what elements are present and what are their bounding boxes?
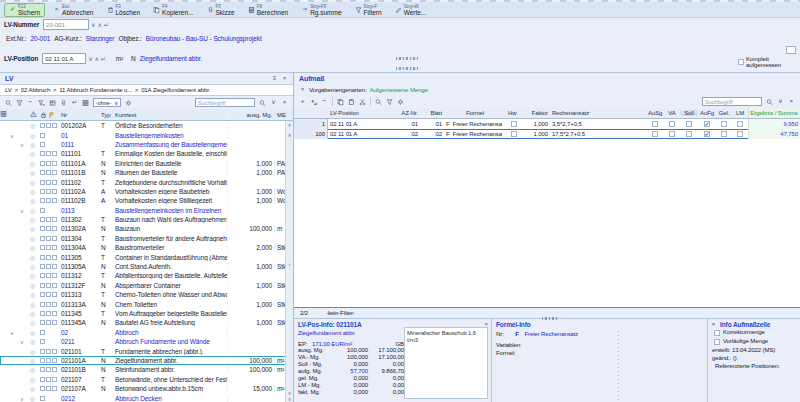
chevron-up-icon[interactable]: ∧ — [94, 55, 98, 62]
search-icon[interactable] — [5, 99, 12, 106]
row-checkbox[interactable] — [40, 170, 45, 175]
row-checkbox[interactable] — [40, 123, 45, 128]
abbrechen-button[interactable]: ×EscAbbrechen — [48, 3, 98, 17]
row-checkbox[interactable] — [46, 273, 51, 278]
row-checkbox[interactable] — [46, 377, 51, 382]
col-faktor[interactable]: Faktor — [522, 110, 550, 116]
va-checkbox[interactable] — [669, 131, 675, 137]
column-header-me[interactable]: ME — [275, 112, 293, 118]
row-checkbox[interactable] — [40, 208, 45, 213]
soll-checkbox[interactable] — [686, 121, 692, 127]
lv-tree-row[interactable]: ◎021107TBetonwände, ohne Unterschied der… — [0, 375, 293, 384]
vorläufige-menge-checkbox[interactable] — [714, 339, 720, 345]
lv-tree-row[interactable]: ◎011345TVom Auftraggeber beigestellte Ba… — [0, 309, 293, 318]
filter-icon[interactable] — [386, 98, 393, 105]
werte-button[interactable]: Strg+WWerte... — [390, 3, 432, 17]
gel-checkbox[interactable] — [721, 131, 727, 137]
row-checkbox[interactable] — [52, 367, 57, 372]
row-checkbox[interactable] — [40, 142, 45, 147]
scroll-down-icon[interactable]: ∨ — [288, 396, 292, 402]
chevron-down-icon[interactable]: ∨ — [20, 396, 24, 402]
panel-collapse-icon[interactable]: ‹ — [289, 261, 291, 267]
lv-tree-row[interactable]: ◎021101ANZiegelfundament abbr.100,000m² — [0, 356, 293, 365]
row-checkbox[interactable] — [52, 170, 57, 175]
paste-icon[interactable] — [348, 98, 355, 105]
lv-position-input[interactable] — [42, 53, 86, 64]
row-checkbox[interactable] — [40, 180, 45, 185]
col-lv-position[interactable]: LV-Position — [328, 110, 390, 116]
lv-tree-row[interactable]: ◎011312FNAbsperrbarer Container1,000Stk — [0, 281, 293, 290]
ohne-dropdown[interactable]: -ohne-∨ — [93, 98, 121, 107]
row-checkbox[interactable] — [52, 273, 57, 278]
row-checkbox[interactable] — [40, 161, 45, 166]
col-ausg[interactable]: AuSg — [646, 110, 664, 116]
row-checkbox[interactable] — [46, 189, 51, 194]
row-checkbox[interactable] — [52, 320, 57, 325]
chevron-down-icon[interactable]: ∨ — [10, 133, 14, 139]
lv-tree-row[interactable]: ◎011304ANBaustromverteiler2,000Stk — [0, 243, 293, 252]
row-checkbox[interactable] — [40, 320, 45, 325]
row-checkbox[interactable] — [46, 311, 51, 316]
aufg-checkbox[interactable]: ✓ — [704, 121, 710, 127]
lv-tree-row[interactable]: ◎011305TContainer in Standardausführung … — [0, 252, 293, 261]
ausg-checkbox[interactable] — [652, 121, 658, 127]
settings-icon[interactable] — [397, 98, 404, 105]
return-icon[interactable]: ↵ — [104, 21, 109, 28]
row-checkbox[interactable] — [52, 180, 57, 185]
lv-tree-row[interactable]: ◎011313ANChem.Toiletten1,000Stk — [0, 299, 293, 308]
lv-tree-row[interactable]: ∨◎0212Abbruch Decken — [0, 393, 293, 402]
row-checkbox[interactable] — [40, 236, 45, 241]
row-checkbox[interactable] — [46, 217, 51, 222]
aufmass-row[interactable]: 10002 11 01 A0202FFreier Rechenansa1,000… — [294, 129, 800, 139]
splitter-handle[interactable] — [396, 57, 418, 60]
row-checkbox[interactable] — [52, 264, 57, 269]
row-checkbox[interactable] — [46, 264, 51, 269]
löschen-button[interactable]: F3Löschen — [102, 3, 146, 17]
row-checkbox[interactable] — [40, 283, 45, 288]
chevron-down-icon[interactable]: ∨ — [88, 55, 92, 62]
va-checkbox[interactable] — [669, 121, 675, 127]
menu-icon[interactable]: ≡ — [271, 75, 278, 82]
chevron-down-icon[interactable]: ∨ — [10, 330, 14, 336]
row-checkbox[interactable] — [52, 255, 57, 260]
table-icon[interactable] — [49, 99, 56, 106]
settings-icon[interactable] — [125, 99, 132, 106]
lv-tree-row[interactable]: ◎011102TZeitgebundene durchschnittliche … — [0, 177, 293, 186]
aufmass-row[interactable]: 102 11 01 A0101FFreier Rechenansa1,0003,… — [294, 119, 800, 129]
berechnen-button[interactable]: F8Berechnen — [243, 3, 293, 17]
filter-icon[interactable] — [16, 99, 23, 106]
col-formel[interactable]: Formel — [444, 110, 506, 116]
attachment-icon[interactable] — [60, 99, 67, 106]
row-checkbox[interactable] — [40, 358, 45, 363]
lv-tree-row[interactable]: ∨◎0111Zusammenfassung der Baustellengeme… — [0, 140, 293, 149]
search-input[interactable] — [195, 98, 255, 107]
add-multi-icon[interactable] — [310, 98, 317, 105]
lv-tree-row[interactable]: ∨◎02Abbruch — [0, 328, 293, 337]
col-hw[interactable]: Hw — [506, 110, 522, 116]
lv-tree-row[interactable]: ◎021101BNSteinfundament abbr.100,000m² — [0, 365, 293, 374]
row-checkbox[interactable] — [46, 349, 51, 354]
aufg-checkbox[interactable]: ✓ — [704, 131, 710, 137]
row-checkbox[interactable] — [46, 198, 51, 203]
close-icon[interactable]: × — [788, 98, 795, 105]
row-checkbox[interactable] — [46, 123, 51, 128]
row-checkbox[interactable] — [52, 311, 57, 316]
chevron-down-icon[interactable]: ∨ — [270, 99, 277, 106]
row-checkbox[interactable] — [40, 151, 45, 156]
row-checkbox[interactable] — [46, 386, 51, 391]
row-checkbox[interactable] — [40, 330, 45, 335]
lv-tree-row[interactable]: ◎021101TFundamente abbrechen (abbr.). — [0, 346, 293, 355]
row-checkbox[interactable] — [40, 377, 45, 382]
return-icon[interactable]: ↵ — [101, 55, 106, 62]
cut-icon[interactable] — [359, 98, 366, 105]
sichern-button[interactable]: ✓F12Sichern — [4, 3, 45, 17]
soll-checkbox[interactable] — [686, 131, 692, 137]
row-checkbox[interactable] — [40, 339, 45, 344]
col-lm[interactable]: LM — [732, 110, 748, 116]
scroll-up-icon[interactable]: ∧ — [288, 132, 292, 138]
row-checkbox[interactable] — [40, 226, 45, 231]
lv-tree-row[interactable]: ◎011345ANBautafel AG freie Aufstellung1,… — [0, 318, 293, 327]
korrekturmenge-checkbox[interactable] — [714, 330, 720, 336]
lv-tree-row[interactable]: ◎011302ANBauzaun100,000m — [0, 224, 293, 233]
row-checkbox[interactable] — [46, 255, 51, 260]
